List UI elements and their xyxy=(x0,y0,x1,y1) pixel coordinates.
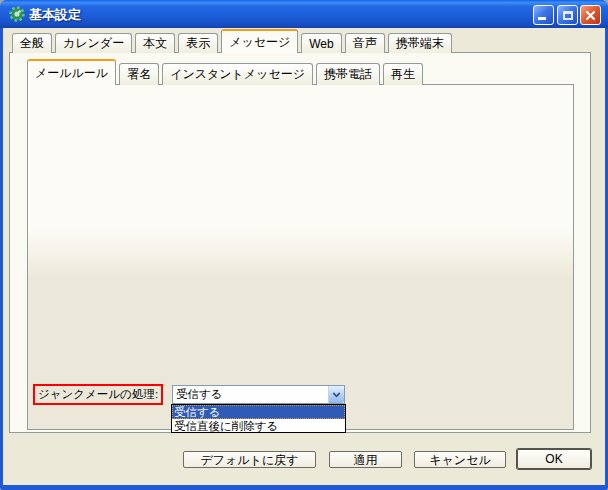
tab-general[interactable]: 全般 xyxy=(12,33,52,53)
tab-instant-message[interactable]: インスタントメッセージ xyxy=(162,63,313,85)
tab-body[interactable]: 本文 xyxy=(135,33,175,53)
mail-rules-panel xyxy=(27,84,574,430)
minimize-icon xyxy=(538,17,546,20)
titlebar[interactable]: 基本設定 xyxy=(0,0,608,28)
list-item-receive[interactable]: 受信する xyxy=(172,405,345,419)
window-title: 基本設定 xyxy=(29,6,81,24)
apply-button[interactable]: 適用 xyxy=(329,451,402,468)
cancel-button[interactable]: キャンセル xyxy=(414,451,506,468)
tab-calendar[interactable]: カレンダー xyxy=(55,33,132,53)
tab-voice[interactable]: 音声 xyxy=(345,33,385,53)
minimize-button[interactable] xyxy=(533,5,554,25)
ok-button[interactable]: OK xyxy=(517,449,591,469)
list-item-delete-on-receive[interactable]: 受信直後に削除する xyxy=(172,419,345,433)
close-button[interactable] xyxy=(580,5,601,25)
tab-playback[interactable]: 再生 xyxy=(383,63,423,85)
chevron-down-icon[interactable] xyxy=(328,386,344,403)
primary-tab-bar: 全般 カレンダー 本文 表示 メッセージ Web 音声 携帯端末 xyxy=(12,29,452,53)
junk-mail-dropdown-list: 受信する 受信直後に削除する xyxy=(171,404,346,433)
close-icon xyxy=(585,10,596,21)
tab-mobile-phone[interactable]: 携帯電話 xyxy=(316,63,380,85)
tab-signature[interactable]: 署名 xyxy=(119,63,159,85)
red-highlight-box: ジャンクメールの処理: xyxy=(33,384,163,405)
preferences-window: 基本設定 全般 カレンダー 本文 表示 メッセージ Web 音声 携帯端末 メー… xyxy=(0,0,608,490)
maximize-icon xyxy=(563,11,573,20)
tab-view[interactable]: 表示 xyxy=(178,33,218,53)
secondary-tab-bar: メールルール 署名 インスタントメッセージ 携帯電話 再生 xyxy=(27,59,423,85)
tab-mail-rules[interactable]: メールルール xyxy=(27,59,116,85)
junk-mail-label: ジャンクメールの処理: xyxy=(38,388,158,400)
reset-defaults-button[interactable]: デフォルトに戻す xyxy=(183,451,316,468)
tab-mobile[interactable]: 携帯端末 xyxy=(388,33,452,53)
junk-mail-select[interactable]: 受信する xyxy=(172,385,345,404)
tab-web[interactable]: Web xyxy=(301,33,341,53)
maximize-button[interactable] xyxy=(557,5,578,25)
app-icon xyxy=(9,6,25,22)
tab-message[interactable]: メッセージ xyxy=(221,29,298,53)
